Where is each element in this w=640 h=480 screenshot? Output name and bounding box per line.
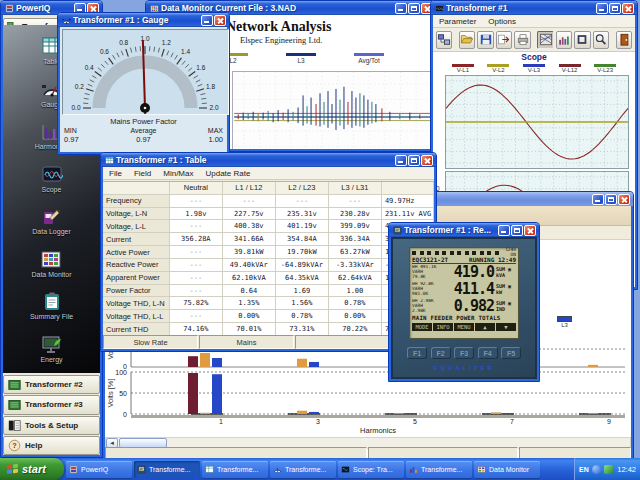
menu-item-update-rate[interactable]: Update Rate (199, 168, 256, 179)
table-row[interactable]: Reactive Power---49.40kVAr-64.89kVAr-3.3… (103, 259, 434, 272)
menu-item-min-max[interactable]: Min/Max (157, 168, 199, 179)
sidebar-item-data-logger[interactable]: Data Logger (32, 205, 71, 235)
toolbar-button-zoom[interactable] (593, 31, 609, 49)
taskbar-button-scope-tra-[interactable]: Scope: Tra... (338, 461, 404, 478)
maximize-button[interactable] (408, 3, 420, 14)
sidebar-item-energy[interactable]: Energy (40, 333, 62, 363)
windows-flag-icon (6, 463, 19, 476)
minimize-button[interactable] (498, 225, 510, 236)
table-row[interactable]: Voltage THD, L-L---0.00%0.78%0.00% (103, 310, 434, 323)
sidebar-button-help[interactable]: ?Help (3, 436, 100, 455)
lcd-softkey-menu[interactable]: MENU (454, 323, 474, 331)
table-cell: 63.27kW (329, 246, 382, 259)
summary-file-icon (41, 290, 63, 312)
menu-item-options[interactable]: Options (482, 16, 522, 27)
close-button[interactable] (421, 155, 433, 166)
maximize-button[interactable] (408, 155, 420, 166)
menu-item-parameter[interactable]: Parameter (433, 16, 482, 27)
lcd-softkey-mode[interactable]: MODE (412, 323, 432, 331)
sidebar-item-scope[interactable]: Scope (41, 163, 63, 193)
taskbar-button-poweriq[interactable]: PowerIQ (66, 461, 132, 478)
toolbar-button-scope-mode[interactable] (537, 31, 553, 49)
toolbar-button-open[interactable] (459, 31, 475, 49)
toolbar-button-stop[interactable] (574, 31, 590, 49)
maximize-button[interactable] (511, 225, 523, 236)
table-row[interactable]: Power Factor---0.641.691.00 (103, 285, 434, 298)
device-key-f5[interactable]: F5 (501, 347, 521, 359)
dial-tick-label: 0.0 (71, 104, 80, 111)
table-row[interactable]: Voltage, L-N1.98v227.75v235.31v230.28v23… (103, 208, 434, 221)
taskbar: start PowerIQTransforme...Transforme...T… (0, 458, 640, 480)
maximize-button[interactable] (609, 3, 621, 14)
table-row[interactable]: Voltage THD, L-N75.82%1.35%1.56%0.78% (103, 297, 434, 310)
table-cell: 1.35% (223, 297, 276, 310)
sidebar-item-summary-file[interactable]: Summary File (30, 290, 73, 320)
minimize-button[interactable] (596, 3, 608, 14)
lcd-reading: WH 491.1KVARH 79.4K419.0SUM ▣kVA (412, 264, 516, 281)
close-button[interactable] (524, 225, 536, 236)
help-icon: ? (8, 439, 21, 452)
table-cell: 0.00% (223, 310, 276, 323)
status-tray-icon[interactable] (604, 465, 613, 474)
toolbar-button-save[interactable] (477, 31, 493, 49)
close-button[interactable] (214, 15, 226, 26)
dial-tick-label: 0.4 (85, 64, 94, 71)
volume-icon[interactable] (592, 465, 601, 474)
table-row[interactable]: Frequency------------49.97Hz (103, 195, 434, 208)
gauge-titlebar[interactable]: Transformer #1 : Gauge (58, 13, 229, 27)
sidebar-button-transformer-2[interactable]: Transformer #2 (3, 375, 100, 394)
toolbar-button-exit[interactable] (616, 31, 632, 49)
device-key-f3[interactable]: F3 (454, 347, 474, 359)
avg-label: Average (117, 127, 170, 134)
language-indicator[interactable]: EN (579, 466, 589, 473)
start-button[interactable]: start (0, 458, 64, 480)
table-row[interactable]: Voltage, L-L---400.38v401.19v399.09v40 (103, 220, 434, 233)
scope-titlebar[interactable]: Transformer #1 (431, 1, 637, 15)
lcd-softkey-info[interactable]: INFO (433, 323, 453, 331)
menu-item-field[interactable]: Field (128, 168, 157, 179)
column-header: L1 / L12 (223, 182, 276, 195)
taskbar-button-transforme-[interactable]: Transforme... (134, 461, 200, 478)
device-key-f4[interactable]: F4 (478, 347, 498, 359)
table-row[interactable]: Apparent Power---62.10kVA64.35kVA62.64kV… (103, 272, 434, 285)
minimize-button[interactable] (395, 155, 407, 166)
minimize-button[interactable] (395, 3, 407, 14)
sidebar-item-data-monitor[interactable]: Data Monitor (31, 248, 71, 278)
menu-item-file[interactable]: File (103, 168, 128, 179)
minimize-button[interactable] (201, 15, 213, 26)
table-cell: --- (170, 220, 223, 233)
taskbar-button-transforme-[interactable]: Transforme... (270, 461, 336, 478)
maximize-button[interactable] (605, 194, 617, 205)
table-titlebar[interactable]: Transformer #1 : Table (101, 153, 436, 167)
device-key-f2[interactable]: F2 (431, 347, 451, 359)
table-row[interactable]: Current356.28A341.66A354.84A336.34A34 (103, 233, 434, 246)
taskbar-button-transforme-[interactable]: Transforme... (406, 461, 472, 478)
close-button[interactable] (618, 194, 630, 205)
table-row[interactable]: Current THD74.16%70.01%73.31%70.22%7 (103, 323, 434, 336)
taskbar-button-transforme-[interactable]: Transforme... (202, 461, 268, 478)
table-cell: 74.16% (170, 323, 223, 336)
sidebar-button-tools-setup[interactable]: Tools & Setup (3, 416, 100, 435)
x-tick-label: 7 (510, 418, 514, 425)
toolbar-button-harmonics-mode[interactable] (556, 31, 572, 49)
close-button[interactable] (622, 3, 634, 14)
lcd-softkey-arrow[interactable]: ▼ (496, 323, 516, 331)
device-key-f1[interactable]: F1 (407, 347, 427, 359)
network-analysis-heading: Network Analysis (226, 19, 434, 35)
bar-l3 (503, 413, 513, 414)
toolbar-button-export[interactable] (496, 31, 512, 49)
bar-l2 (297, 411, 307, 414)
minimize-button[interactable] (592, 194, 604, 205)
scope-menubar: ParameterOptions (433, 15, 635, 28)
meter-titlebar[interactable]: Transformer #1 : Re... (389, 223, 539, 237)
lcd-reading: WH 2.98KVARH 2.98K0.982SUM ▣IND (412, 298, 516, 315)
table-cell: 235.31v (276, 208, 329, 221)
toolbar-button-network[interactable] (436, 31, 452, 49)
toolbar-button-print[interactable] (514, 31, 530, 49)
lcd-softkey-arrow[interactable]: ▲ (475, 323, 495, 331)
sidebar-button-transformer-3[interactable]: Transformer #3 (3, 395, 100, 414)
taskbar-button-data-monitor[interactable]: Data Monitor (474, 461, 540, 478)
table-row[interactable]: Active Power---39.81kW19.70kW63.27kW12 (103, 246, 434, 259)
sidebar-button-label: Transformer #3 (25, 400, 83, 409)
scope-legend-item-v-l2: V-L2 (487, 64, 509, 73)
